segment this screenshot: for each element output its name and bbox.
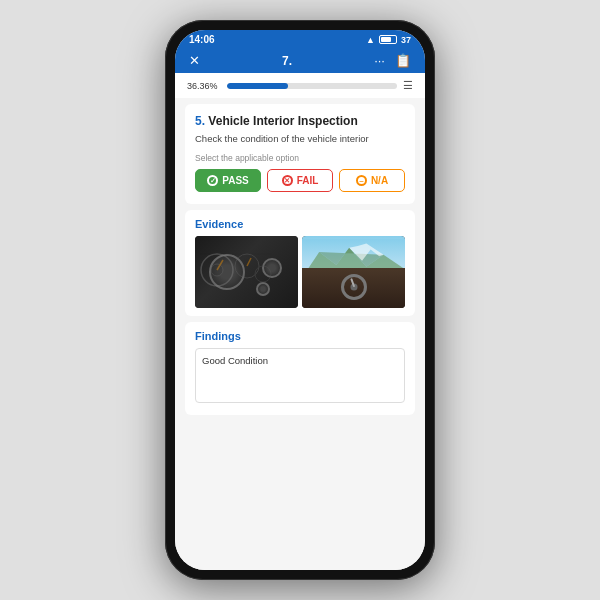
progress-menu-icon[interactable]: ☰: [403, 79, 413, 92]
progress-bar: [227, 83, 397, 89]
fail-x-icon: ✕: [282, 175, 293, 186]
select-option-label: Select the applicable option: [195, 153, 405, 163]
dashboard-photo: [195, 236, 298, 308]
evidence-image-1[interactable]: [195, 236, 298, 308]
inspection-card: 5. Vehicle Interior Inspection Check the…: [185, 104, 415, 204]
options-row: ✓ PASS ✕ FAIL – N/A: [195, 169, 405, 192]
status-time: 14:06: [189, 34, 215, 45]
svg-point-3: [255, 266, 271, 282]
content-area: 36.36% ☰ 5. Vehicle Interior Inspection …: [175, 73, 425, 570]
na-dash-icon: –: [356, 175, 367, 186]
phone-frame: 14:06 ▲ 37 ✕ 7. ··· 📋 36.36%: [165, 20, 435, 580]
wifi-icon: ▲: [366, 35, 375, 45]
close-icon[interactable]: ✕: [189, 53, 200, 68]
status-icons: ▲ 37: [366, 35, 411, 45]
status-bar: 14:06 ▲ 37: [175, 30, 425, 48]
progress-label: 36.36%: [187, 81, 221, 91]
pass-label: PASS: [222, 175, 249, 186]
fail-label: FAIL: [297, 175, 319, 186]
progress-fill: [227, 83, 288, 89]
findings-title: Findings: [195, 330, 405, 342]
document-icon[interactable]: 📋: [395, 53, 411, 68]
inspection-description: Check the condition of the vehicle inter…: [195, 132, 405, 145]
cab-photo: [302, 236, 405, 308]
battery-percent: 37: [401, 35, 411, 45]
na-button[interactable]: – N/A: [339, 169, 405, 192]
inspection-name: Vehicle Interior Inspection: [208, 114, 357, 128]
pass-button[interactable]: ✓ PASS: [195, 169, 261, 192]
inspection-title: 5. Vehicle Interior Inspection: [195, 114, 405, 128]
evidence-title: Evidence: [195, 218, 405, 230]
pass-check-icon: ✓: [207, 175, 218, 186]
findings-input[interactable]: [195, 348, 405, 403]
evidence-images: [195, 236, 405, 308]
step-indicator: 7.: [282, 54, 292, 68]
svg-line-5: [247, 258, 251, 266]
fail-button[interactable]: ✕ FAIL: [267, 169, 333, 192]
battery-icon: [379, 35, 397, 44]
evidence-section: Evidence: [185, 210, 415, 316]
findings-section: Findings: [185, 322, 415, 415]
nav-bar: ✕ 7. ··· 📋: [175, 48, 425, 73]
step-number: 5.: [195, 114, 205, 128]
phone-screen: 14:06 ▲ 37 ✕ 7. ··· 📋 36.36%: [175, 30, 425, 570]
evidence-image-2[interactable]: [302, 236, 405, 308]
menu-dots-icon[interactable]: ···: [374, 53, 385, 68]
na-label: N/A: [371, 175, 388, 186]
progress-section: 36.36% ☰: [175, 73, 425, 98]
